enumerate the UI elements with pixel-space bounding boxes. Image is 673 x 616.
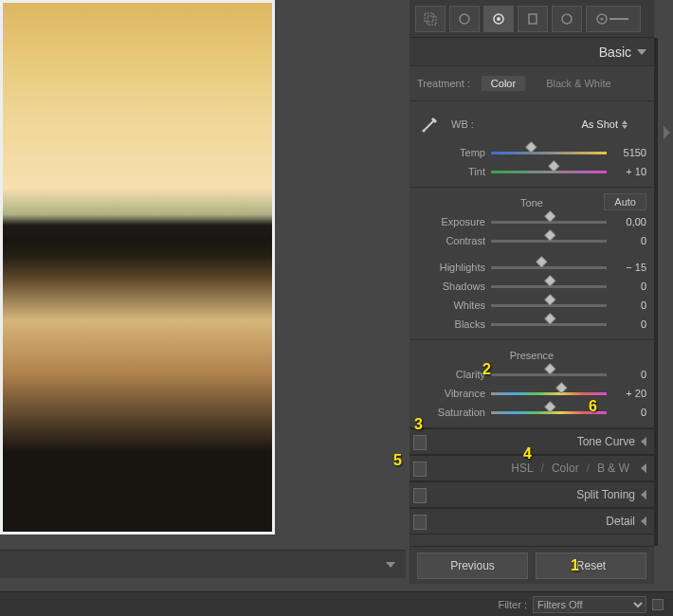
preview-pane bbox=[0, 0, 406, 616]
panel-switch-icon[interactable] bbox=[413, 515, 427, 530]
exposure-slider[interactable] bbox=[491, 218, 607, 226]
vibrance-value[interactable]: + 20 bbox=[612, 388, 646, 399]
hsl-opt[interactable]: HSL bbox=[511, 462, 533, 475]
svg-rect-5 bbox=[529, 14, 537, 24]
spot-tool[interactable] bbox=[449, 6, 480, 32]
wb-group: WB : As Shot Temp 5150 Tint + 10 bbox=[409, 101, 654, 188]
panel-switch-icon[interactable] bbox=[413, 462, 427, 477]
saturation-label: Saturation bbox=[417, 407, 485, 418]
svg-point-4 bbox=[497, 17, 500, 21]
presence-group: Presence Clarity 0 Vibrance + 20 Saturat… bbox=[409, 340, 654, 428]
triangle-left-icon bbox=[641, 516, 646, 526]
panel-switch-icon[interactable] bbox=[413, 435, 427, 450]
tint-value[interactable]: + 10 bbox=[612, 166, 646, 177]
clarity-label: Clarity bbox=[417, 369, 485, 380]
contrast-slider[interactable] bbox=[491, 237, 607, 245]
grad-filter-tool[interactable] bbox=[518, 6, 548, 32]
panel-scrollbar[interactable] bbox=[654, 38, 658, 546]
treatment-color[interactable]: Color bbox=[482, 76, 525, 91]
strip-bar bbox=[0, 550, 406, 578]
treatment-label: Treatment : bbox=[417, 78, 470, 89]
develop-panel: Basic Treatment : Color Black & White WB… bbox=[409, 0, 654, 584]
previous-button[interactable]: Previous bbox=[417, 553, 528, 579]
radial-filter-tool[interactable] bbox=[552, 6, 582, 32]
contrast-label: Contrast bbox=[417, 235, 485, 246]
wb-label: WB : bbox=[451, 118, 474, 130]
crop-tool[interactable] bbox=[415, 6, 446, 32]
tone-curve-title: Tone Curve bbox=[577, 435, 635, 448]
svg-point-2 bbox=[460, 14, 469, 24]
svg-point-8 bbox=[601, 17, 604, 20]
whites-slider[interactable] bbox=[491, 301, 607, 309]
basic-title: Basic bbox=[599, 45, 631, 60]
reset-button[interactable]: Reset bbox=[536, 553, 646, 579]
filter-select[interactable]: Filters Off bbox=[533, 596, 646, 613]
treatment-group: Treatment : Color Black & White bbox=[409, 66, 654, 101]
brush-tool[interactable] bbox=[586, 6, 641, 32]
triangle-left-icon bbox=[641, 463, 646, 473]
hsl-color-opt[interactable]: Color bbox=[552, 462, 579, 475]
triangle-left-icon bbox=[641, 490, 646, 499]
triangle-left-icon bbox=[641, 437, 646, 446]
basic-panel-header[interactable]: Basic bbox=[409, 38, 654, 66]
saturation-value[interactable]: 0 bbox=[612, 407, 646, 418]
expand-right-icon[interactable] bbox=[660, 118, 673, 147]
tone-curve-header[interactable]: Tone Curve bbox=[409, 428, 654, 455]
contrast-value[interactable]: 0 bbox=[612, 235, 646, 246]
wb-dropdown[interactable]: As Shot bbox=[581, 118, 628, 130]
highlights-value[interactable]: − 15 bbox=[612, 262, 646, 273]
filter-label: Filter : bbox=[498, 599, 527, 610]
hsl-bw-opt[interactable]: B & W bbox=[597, 462, 629, 475]
filter-lock-icon[interactable] bbox=[652, 599, 664, 610]
tone-title: Tone bbox=[520, 197, 543, 208]
clarity-value[interactable]: 0 bbox=[612, 369, 646, 380]
svg-point-12 bbox=[423, 130, 426, 133]
treatment-bw[interactable]: Black & White bbox=[537, 76, 620, 91]
svg-rect-1 bbox=[427, 16, 436, 25]
split-toning-header[interactable]: Split Toning bbox=[409, 481, 654, 508]
exposure-label: Exposure bbox=[417, 216, 485, 227]
highlights-label: Highlights bbox=[417, 262, 485, 273]
highlights-slider[interactable] bbox=[491, 263, 607, 271]
shadows-value[interactable]: 0 bbox=[612, 281, 646, 292]
tone-group: Tone Auto Exposure 0,00 Contrast 0 Highl… bbox=[409, 188, 654, 340]
detail-title: Detail bbox=[606, 515, 635, 528]
exposure-value[interactable]: 0,00 bbox=[612, 216, 646, 227]
clarity-slider[interactable] bbox=[491, 371, 607, 378]
svg-rect-0 bbox=[425, 13, 433, 22]
panel-switch-icon[interactable] bbox=[413, 488, 427, 503]
blacks-slider[interactable] bbox=[491, 320, 607, 328]
photo-preview[interactable] bbox=[0, 0, 275, 534]
bottom-buttons: Previous Reset bbox=[409, 546, 654, 584]
wb-mode: As Shot bbox=[581, 118, 618, 130]
redeye-tool[interactable] bbox=[483, 6, 514, 32]
temp-value[interactable]: 5150 bbox=[612, 147, 646, 158]
blacks-label: Blacks bbox=[417, 318, 485, 330]
vibrance-label: Vibrance bbox=[417, 388, 485, 399]
whites-label: Whites bbox=[417, 299, 485, 311]
temp-slider[interactable] bbox=[491, 149, 607, 156]
tint-slider[interactable] bbox=[491, 168, 607, 175]
saturation-slider[interactable] bbox=[491, 408, 607, 416]
triangle-down-icon bbox=[637, 49, 646, 55]
chevron-down-icon[interactable] bbox=[383, 557, 398, 572]
blacks-value[interactable]: 0 bbox=[612, 318, 646, 330]
filter-bar: Filter : Filters Off bbox=[0, 591, 673, 616]
split-toning-title: Split Toning bbox=[576, 488, 635, 501]
shadows-label: Shadows bbox=[417, 281, 485, 292]
temp-label: Temp bbox=[417, 147, 485, 158]
tool-strip bbox=[409, 0, 654, 38]
tint-label: Tint bbox=[417, 166, 485, 177]
svg-point-6 bbox=[562, 14, 572, 24]
detail-header[interactable]: Detail bbox=[409, 508, 654, 534]
hsl-header[interactable]: HSL/ Color/ B & W bbox=[409, 455, 654, 481]
shadows-slider[interactable] bbox=[491, 282, 607, 290]
presence-title: Presence bbox=[510, 350, 554, 361]
eyedropper-icon[interactable] bbox=[417, 113, 444, 136]
vibrance-slider[interactable] bbox=[491, 390, 607, 397]
whites-value[interactable]: 0 bbox=[612, 299, 646, 311]
auto-button[interactable]: Auto bbox=[604, 193, 646, 210]
